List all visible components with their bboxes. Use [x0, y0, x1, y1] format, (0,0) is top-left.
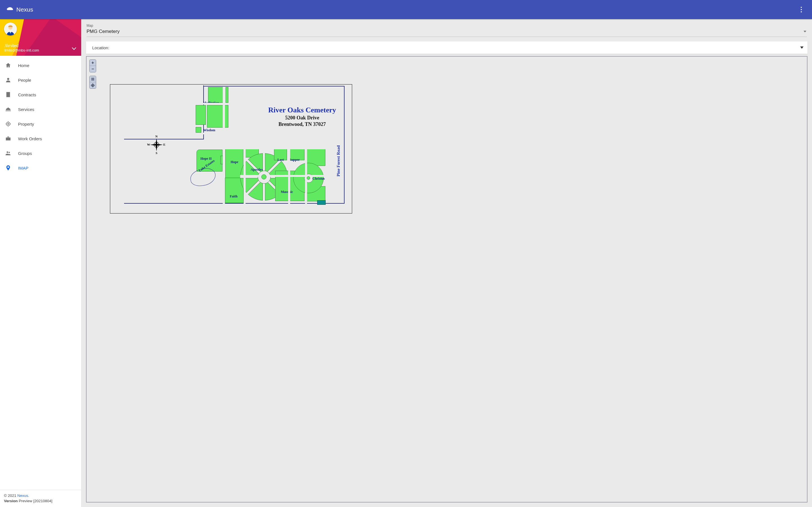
- user-email: limited@mbs-intl.com: [4, 48, 70, 52]
- svg-point-16: [156, 144, 157, 146]
- sidebar-item-groups[interactable]: Groups: [0, 146, 81, 161]
- cemetery-address-2: Brentwood, TN 37027: [268, 121, 336, 127]
- svg-point-5: [8, 152, 10, 153]
- compass-e: E: [163, 143, 165, 146]
- sidebar-item-people[interactable]: People: [0, 73, 81, 87]
- section-wisdom[interactable]: [196, 105, 206, 125]
- location-bar[interactable]: Location:: [86, 41, 808, 54]
- compass-s: S: [156, 151, 157, 155]
- user-name: .\limited: [4, 43, 70, 48]
- section-label-hope-ii: Hope II: [200, 157, 212, 161]
- svg-rect-6: [91, 78, 94, 78]
- sidebar-item-label: People: [18, 78, 31, 82]
- section-label-christus: Christus: [312, 177, 325, 181]
- receipt-icon: [5, 92, 11, 98]
- svg-rect-8: [91, 80, 94, 80]
- section-label-masonic: Masonic: [281, 190, 293, 194]
- section-label-last: Last: [277, 158, 284, 162]
- compass-icon: N E S W: [147, 135, 166, 156]
- map-select-value: PMG Cemetery: [87, 29, 119, 34]
- app-bar: Nexus: [0, 0, 812, 19]
- location-icon: [5, 165, 11, 171]
- svg-marker-15: [150, 144, 156, 146]
- section-label-wisdom: Wisdom: [203, 128, 215, 132]
- more-vert-icon: [801, 9, 802, 10]
- map-select-label: Map: [87, 24, 807, 27]
- user-card: .\limited limited@mbs-intl.com: [0, 19, 81, 56]
- section-label-supper: Supper: [289, 158, 300, 162]
- section-label-faith: Faith: [230, 194, 238, 199]
- sidebar-item-services[interactable]: Services: [0, 102, 81, 117]
- zoom-in-button[interactable]: +: [90, 60, 96, 66]
- map-title-block: River Oaks Cemetery 5200 Oak Drive Brent…: [268, 106, 336, 127]
- layers-button[interactable]: [90, 76, 96, 82]
- room-service-icon: [5, 106, 11, 112]
- svg-marker-14: [156, 145, 157, 151]
- zoom-out-button[interactable]: −: [90, 66, 96, 72]
- locate-button[interactable]: [90, 82, 96, 89]
- brand[interactable]: Nexus: [6, 5, 33, 14]
- sidebar-item-work-orders[interactable]: Work Orders: [0, 131, 81, 146]
- list-icon: [91, 77, 95, 81]
- sidebar-footer: © 2021 Nexus. Version Preview [20210804]: [0, 490, 81, 507]
- sidebar-item-imap[interactable]: IMAP: [0, 161, 81, 175]
- version-label: Version: [4, 499, 18, 503]
- sidebar-item-label: Property: [18, 122, 34, 126]
- sidebar-item-label: IMAP: [18, 166, 29, 170]
- sidebar-item-property[interactable]: Property: [0, 117, 81, 131]
- home-icon: [5, 62, 11, 68]
- svg-point-3: [8, 123, 9, 124]
- cemetery-canvas: Meditation Wisdom Hope II Hope Lake Esta…: [110, 85, 352, 213]
- svg-point-10: [93, 85, 93, 86]
- avatar[interactable]: [4, 22, 17, 36]
- sidebar-item-label: Home: [18, 63, 29, 68]
- section-label-apostles: Apostles: [251, 168, 263, 172]
- section-wisdom[interactable]: [207, 105, 229, 128]
- compass-n: N: [155, 135, 158, 138]
- svg-point-4: [7, 152, 8, 153]
- street-label: Pine Forest Road: [336, 145, 341, 177]
- map-select-dropdown[interactable]: PMG Cemetery: [87, 28, 807, 37]
- footer-brand-link[interactable]: Nexus: [17, 494, 28, 498]
- brand-title: Nexus: [16, 6, 33, 13]
- section-meditation[interactable]: [225, 87, 229, 103]
- target-icon: [5, 121, 11, 127]
- sidebar-item-label: Work Orders: [18, 136, 42, 141]
- sidebar-item-contracts[interactable]: Contracts: [0, 87, 81, 102]
- user-menu-toggle[interactable]: [71, 45, 77, 52]
- svg-marker-13: [156, 144, 163, 146]
- location-label: Location:: [92, 45, 109, 50]
- svg-marker-12: [156, 138, 157, 145]
- section-label-hope: Hope: [231, 160, 238, 164]
- briefcase-icon: [5, 135, 11, 142]
- section-meditation[interactable]: [208, 87, 224, 103]
- chevron-down-icon: [71, 45, 77, 51]
- compass-w: W: [147, 143, 150, 146]
- section-wisdom[interactable]: [196, 127, 201, 133]
- copyright-prefix: © 2021: [4, 494, 17, 498]
- svg-point-1: [7, 78, 9, 80]
- map-viewport[interactable]: + −: [86, 56, 808, 503]
- sidebar-nav: Home People Contracts Services Property …: [0, 56, 81, 490]
- copyright-suffix: .: [28, 494, 29, 498]
- cemetery-address-1: 5200 Oak Drive: [268, 115, 336, 121]
- main: Map PMG Cemetery Location: + −: [82, 19, 812, 507]
- building: [317, 200, 326, 205]
- map-controls: + −: [89, 59, 96, 89]
- sidebar: .\limited limited@mbs-intl.com Home Peop…: [0, 19, 82, 507]
- map-select: Map PMG Cemetery: [86, 22, 808, 39]
- sidebar-item-label: Contracts: [18, 93, 36, 97]
- sidebar-item-label: Services: [18, 107, 35, 112]
- cemetery-title: River Oaks Cemetery: [268, 106, 336, 114]
- sidebar-item-home[interactable]: Home: [0, 58, 81, 73]
- dropdown-icon: [804, 31, 806, 33]
- more-menu-button[interactable]: [796, 4, 807, 15]
- person-icon: [5, 77, 11, 83]
- avatar-icon: [5, 24, 16, 36]
- sidebar-item-label: Groups: [18, 151, 32, 156]
- crosshair-icon: [91, 83, 95, 87]
- group-icon: [5, 150, 11, 156]
- version-value: Preview [20210804]: [18, 499, 52, 503]
- brand-icon: [6, 5, 13, 14]
- svg-rect-7: [91, 79, 94, 79]
